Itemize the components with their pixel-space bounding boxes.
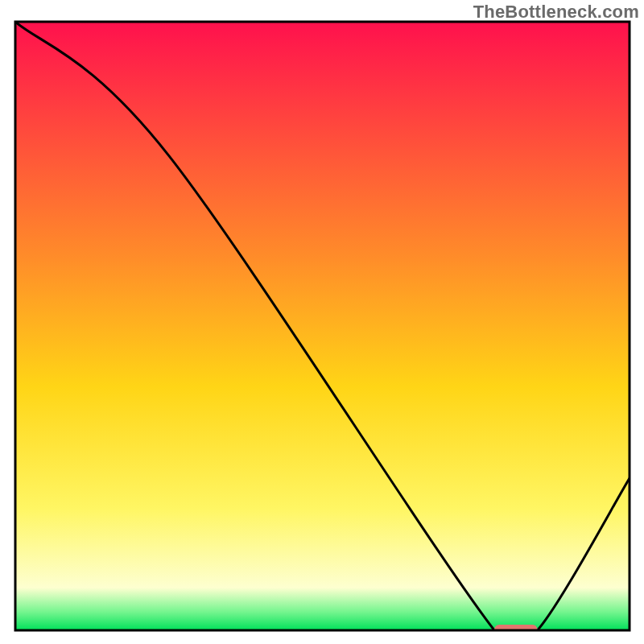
gradient-background (15, 22, 630, 630)
chart-stage: TheBottleneck.com (0, 0, 644, 644)
chart-svg (0, 0, 644, 644)
